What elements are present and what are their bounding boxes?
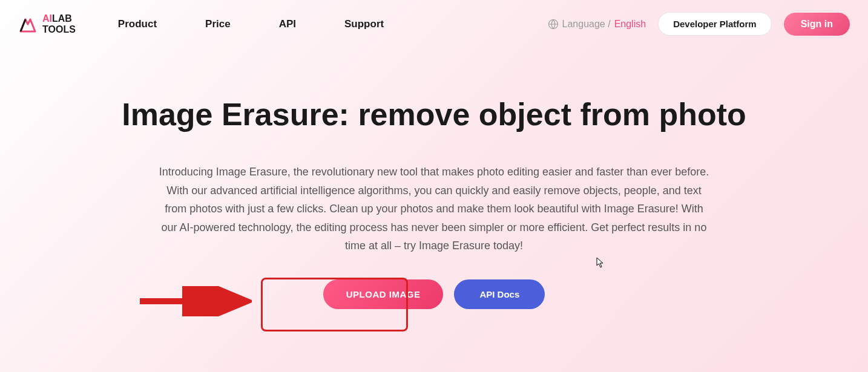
- logo[interactable]: AILAB TOOLS: [18, 13, 76, 34]
- nav-api[interactable]: API: [279, 18, 296, 30]
- logo-icon: [18, 15, 38, 34]
- cta-buttons: UPLOAD IMAGE API Docs: [85, 279, 783, 309]
- nav-product[interactable]: Product: [118, 18, 157, 30]
- developer-platform-button[interactable]: Developer Platform: [658, 12, 772, 36]
- signin-button[interactable]: Sign in: [784, 13, 850, 36]
- language-selector[interactable]: Language / English: [548, 19, 646, 30]
- main-nav: Product Price API Support: [118, 18, 384, 30]
- globe-icon: [548, 19, 559, 30]
- logo-text: AILAB TOOLS: [42, 13, 76, 34]
- upload-image-button[interactable]: UPLOAD IMAGE: [323, 279, 444, 309]
- header: AILAB TOOLS Product Price API Support La…: [0, 0, 868, 48]
- language-label: Language /: [562, 19, 611, 30]
- nav-price[interactable]: Price: [205, 18, 231, 30]
- header-right: Language / English Developer Platform Si…: [548, 12, 850, 36]
- language-selected: English: [614, 19, 646, 30]
- nav-support[interactable]: Support: [344, 18, 384, 30]
- hero-section: Image Erasure: remove object from photo …: [0, 48, 868, 333]
- page-title: Image Erasure: remove object from photo: [85, 96, 783, 132]
- api-docs-button[interactable]: API Docs: [454, 279, 545, 309]
- hero-description: Introducing Image Erasure, the revolutio…: [156, 163, 712, 255]
